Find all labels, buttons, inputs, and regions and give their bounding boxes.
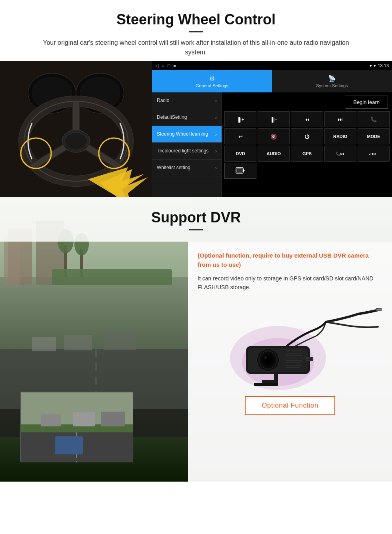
dvr-info-box: (Optional function, require to buy exter…	[188, 242, 392, 482]
dvr-road-photo	[0, 242, 192, 482]
system-icon: 📡	[328, 75, 336, 82]
settings-menu: Radio › DefaultSetting › Steering Wheel …	[152, 92, 222, 197]
menu-item-steering-wheel[interactable]: Steering Wheel learning ›	[152, 126, 222, 143]
app-nav-icon[interactable]: ■	[173, 63, 176, 68]
swc-subtitle: Your original car's steering wheel contr…	[32, 38, 360, 57]
audio-button[interactable]: AUDIO	[258, 146, 290, 162]
call-button[interactable]: 📞	[358, 111, 390, 127]
dvr-divider	[189, 229, 203, 230]
vol-up-button[interactable]: ▐|+	[224, 111, 256, 127]
recents-nav-icon[interactable]: □	[168, 63, 170, 68]
call-next-button[interactable]: ↙⏭	[358, 146, 390, 162]
dvr-description: It can record video only to storage in G…	[198, 274, 382, 292]
dvr-title: Support DVR	[16, 209, 376, 226]
call-prev-button[interactable]: 📞⏮	[324, 146, 356, 162]
back-nav-icon[interactable]: ◁	[155, 63, 158, 68]
mute-button[interactable]: 🔇	[258, 128, 290, 144]
svg-rect-25	[237, 168, 242, 172]
svg-rect-48	[101, 412, 125, 426]
dvr-header: Support DVR	[0, 197, 392, 242]
chevron-right-icon5: ›	[215, 165, 217, 171]
nav-icons: ◁ ○ □ ■	[155, 63, 176, 68]
svg-point-60	[264, 356, 267, 359]
android-settings-panel: ◁ ○ □ ■ ▾ ▾ 13:13 ⚙ General Settings 📡 S…	[152, 61, 392, 197]
vol-down-button[interactable]: ▐|−	[258, 111, 290, 127]
radio-button[interactable]: RADIO	[324, 128, 356, 144]
home-nav-icon[interactable]: ○	[162, 63, 164, 68]
menu-item-radio[interactable]: Radio ›	[152, 92, 222, 109]
svg-rect-71	[307, 358, 312, 360]
prev-button[interactable]: ⏮	[291, 111, 323, 127]
chevron-right-icon3: ›	[215, 132, 217, 137]
mode-button[interactable]: MODE	[358, 128, 390, 144]
menu-item-default[interactable]: DefaultSetting ›	[152, 109, 222, 126]
gear-icon: ⚙	[209, 75, 215, 82]
optional-function-button[interactable]: Optional Function	[245, 396, 335, 415]
swc-title: Steering Wheel Control	[16, 11, 376, 28]
gps-button[interactable]: GPS	[291, 146, 323, 162]
menu-steering-label: Steering Wheel learning	[157, 131, 215, 138]
svg-text:↙⏭: ↙⏭	[369, 152, 376, 156]
svg-rect-69	[254, 383, 278, 386]
menu-radio-label: Radio	[157, 98, 215, 104]
settings-tabs: ⚙ General Settings 📡 System Settings	[152, 70, 392, 92]
menu-item-whitelist[interactable]: Whitelist setting ›	[152, 160, 222, 176]
svg-point-9	[65, 132, 87, 150]
dvr-preview-inset	[20, 392, 132, 462]
next-button[interactable]: ⏭	[324, 111, 356, 127]
tab-general-label: General Settings	[196, 83, 228, 88]
dvr-camera-illustration	[198, 300, 382, 388]
dvr-section: Support DVR	[0, 197, 392, 482]
svg-marker-26	[243, 169, 245, 172]
svg-text:▐|−: ▐|−	[270, 117, 278, 123]
svg-rect-47	[73, 412, 95, 426]
dvd-button[interactable]: DVD	[224, 146, 256, 162]
svg-rect-53	[377, 309, 381, 310]
chevron-right-icon4: ›	[215, 148, 217, 154]
power-button[interactable]: ⏻	[291, 128, 323, 144]
time-display: 13:13	[378, 63, 389, 68]
hang-up-button[interactable]: ↩	[224, 128, 256, 144]
settings-content: Radio › DefaultSetting › Steering Wheel …	[152, 92, 392, 197]
dvr-optional-note: (Optional function, require to buy exter…	[198, 251, 382, 269]
swc-divider	[189, 31, 203, 32]
tab-system-settings[interactable]: 📡 System Settings	[272, 70, 392, 92]
swc-header: Steering Wheel Control Your original car…	[0, 0, 392, 61]
steering-wheel-section: Steering Wheel Control Your original car…	[0, 0, 392, 197]
dvr-button[interactable]	[224, 163, 256, 179]
wifi-icon: ▾	[374, 63, 376, 68]
android-statusbar: ◁ ○ □ ■ ▾ ▾ 13:13	[152, 61, 392, 70]
tab-system-label: System Settings	[316, 83, 348, 88]
svg-rect-49	[55, 436, 83, 454]
control-buttons-grid: ▐|+ ▐|− ⏮ ⏭ 📞 ↩ 🔇 ⏻ RADIO MODE	[224, 111, 390, 179]
menu-tricoloured-label: Tricoloured light settings	[157, 148, 215, 154]
steering-controls-area: Begin learn ▐|+ ▐|− ⏮ ⏭ 📞 ↩	[222, 92, 392, 197]
svg-rect-46	[41, 414, 61, 426]
svg-text:📞⏮: 📞⏮	[336, 151, 344, 156]
dvr-content: (Optional function, require to buy exter…	[0, 242, 392, 482]
tab-general-settings[interactable]: ⚙ General Settings	[152, 70, 272, 92]
swc-ui-panel: ◁ ○ □ ■ ▾ ▾ 13:13 ⚙ General Settings 📡 S…	[0, 61, 392, 197]
menu-default-label: DefaultSetting	[157, 114, 215, 121]
menu-item-tricoloured[interactable]: Tricoloured light settings ›	[152, 143, 222, 160]
begin-learn-button[interactable]: Begin learn	[345, 96, 388, 109]
menu-whitelist-label: Whitelist setting	[157, 165, 215, 171]
signal-icon: ▾	[370, 63, 372, 68]
svg-text:▐|+: ▐|+	[237, 117, 244, 123]
chevron-right-icon2: ›	[215, 115, 217, 120]
steering-wheel-photo	[0, 61, 152, 197]
chevron-right-icon: ›	[215, 98, 217, 104]
